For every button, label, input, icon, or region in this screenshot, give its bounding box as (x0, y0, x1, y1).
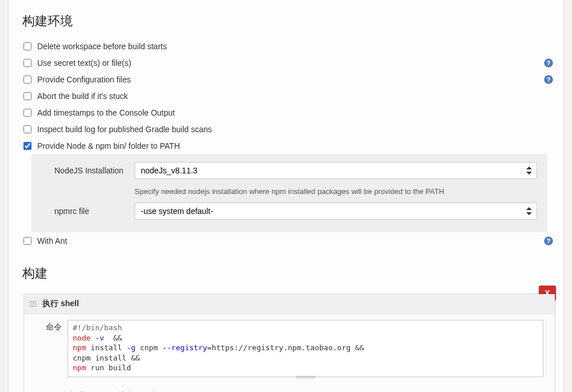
option-row-node: Provide Node & npm bin/ folder to PATH (23, 137, 555, 154)
build-env-options: Delete workspace before build startsUse … (9, 38, 563, 249)
help-icon[interactable]: ? (544, 58, 553, 68)
checkbox-label-node[interactable]: Provide Node & npm bin/ folder to PATH (37, 141, 180, 151)
svg-text:?: ? (547, 60, 551, 66)
checkbox-config[interactable] (23, 76, 31, 84)
nodejs-subpanel: NodeJS InstallationnodeJs_v8.11.3Specify… (31, 154, 547, 232)
option-row-ant: With Ant? (23, 232, 555, 249)
option-row-config: Provide Configuration files? (23, 71, 555, 88)
svg-text:?: ? (547, 76, 551, 83)
checkbox-secret[interactable] (23, 59, 31, 67)
checkbox-label-timestamps[interactable]: Add timestamps to the Console Output (37, 108, 175, 117)
option-row-abort: Abort the build if it's stuck (23, 88, 555, 104)
resize-grip-icon[interactable] (296, 376, 315, 378)
checkbox-inspect[interactable] (23, 125, 31, 133)
command-label: 命令 (35, 320, 68, 378)
checkbox-ant[interactable] (23, 237, 31, 245)
help-icon[interactable]: ? (544, 236, 553, 246)
build-step-shell: X ? 执行 shell 命令 #!/bin/bash node -v && n… (23, 294, 555, 392)
checkbox-delete_ws[interactable] (23, 42, 31, 50)
command-textarea[interactable]: #!/bin/bash node -v && npm install -g cn… (68, 320, 543, 377)
npmrc-select[interactable]: -use system default- (135, 203, 537, 220)
checkbox-label-ant[interactable]: With Ant (37, 236, 67, 246)
nodejs-install-desc: Specify needed nodejs installation where… (135, 183, 537, 203)
nodejs-install-label: NodeJS Installation (54, 166, 135, 175)
option-row-inspect: Inspect build log for published Gradle b… (23, 121, 555, 137)
checkbox-abort[interactable] (23, 92, 31, 100)
svg-text:?: ? (547, 237, 551, 244)
checkbox-label-delete_ws[interactable]: Delete workspace before build starts (37, 42, 167, 51)
option-row-timestamps: Add timestamps to the Console Output (23, 104, 555, 121)
checkbox-label-secret[interactable]: Use secret text(s) or file(s) (37, 58, 131, 68)
checkbox-label-inspect[interactable]: Inspect build log for published Gradle b… (37, 125, 212, 134)
option-row-delete_ws: Delete workspace before build starts (23, 38, 555, 54)
drag-handle-icon[interactable] (30, 300, 37, 307)
nodejs-install-select[interactable]: nodeJs_v8.11.3 (135, 162, 537, 179)
checkbox-label-abort[interactable]: Abort the build if it's stuck (37, 92, 128, 101)
checkbox-timestamps[interactable] (23, 109, 31, 117)
section-build-env-title: 构建环境 (22, 13, 563, 30)
checkbox-label-config[interactable]: Provide Configuration files (37, 75, 131, 84)
section-build-title: 构建 (22, 265, 563, 282)
build-step-title: 执行 shell (42, 299, 79, 309)
npmrc-label: npmrc file (54, 207, 135, 216)
help-icon[interactable]: ? (544, 75, 553, 84)
checkbox-node[interactable] (23, 142, 31, 150)
config-panel: 构建环境 Delete workspace before build start… (8, 0, 564, 392)
option-row-secret: Use secret text(s) or file(s)? (23, 54, 555, 71)
